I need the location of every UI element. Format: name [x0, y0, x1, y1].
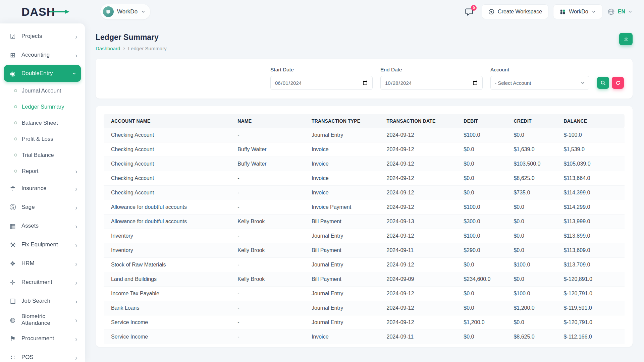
- sidebar-item-accounting[interactable]: ⊞Accounting›: [0, 46, 85, 64]
- chevron-right-icon: ›: [75, 279, 77, 286]
- pos-icon: ∷: [9, 354, 17, 361]
- sidebar-subitem-report[interactable]: Report›: [0, 163, 85, 179]
- sidebar-item-assets[interactable]: ▦Assets›: [0, 217, 85, 235]
- procurement-icon: ⚑: [9, 336, 17, 342]
- sidebar-subitem-journal-account[interactable]: Journal Account: [0, 82, 85, 99]
- bullet-icon: [14, 105, 17, 108]
- table-row: Checking Account-Invoice2024-09-12$0.0$8…: [104, 171, 625, 186]
- sidebar-subitem-ledger-summary[interactable]: Ledger Summary: [0, 99, 85, 115]
- workdo-menu-button[interactable]: WorkDo: [553, 4, 602, 19]
- assets-icon: ▦: [9, 223, 17, 229]
- chevron-down-icon: ›: [71, 72, 78, 75]
- sidebar-item-biometric-attendance[interactable]: ◍Biometric Attendance›: [0, 310, 85, 329]
- breadcrumb-current: Ledger Summary: [128, 46, 167, 51]
- end-date-label: End Date: [380, 67, 483, 73]
- language-selector[interactable]: EN: [607, 8, 633, 16]
- double-entry-icon: ◉: [9, 70, 17, 77]
- table-row: Checking AccountBuffy WalterInvoice2024-…: [104, 157, 625, 171]
- page-header: Ledger Summary Dashboard › Ledger Summar…: [96, 33, 633, 51]
- create-workspace-label: Create Workspace: [498, 9, 542, 15]
- sidebar-subitem-balance-sheet[interactable]: Balance Sheet: [0, 115, 85, 131]
- breadcrumb: Dashboard › Ledger Summary: [96, 45, 167, 51]
- chevron-right-icon: ›: [75, 241, 77, 248]
- column-header: NAME: [235, 114, 309, 128]
- workspace-label: WorkDo: [117, 8, 138, 15]
- chevron-right-icon: ›: [75, 260, 77, 267]
- chevron-right-icon: ›: [75, 204, 77, 211]
- sidebar-subitem-profit-loss[interactable]: Profit & Loss: [0, 131, 85, 147]
- account-select-wrap: - Select Account: [490, 76, 589, 90]
- column-header: BALANCE: [561, 114, 625, 128]
- ledger-table-card: ACCOUNT NAMENAMETRANSACTION TYPETRANSACT…: [96, 106, 633, 347]
- accounting-icon: ⊞: [9, 52, 17, 58]
- main-content: Ledger Summary Dashboard › Ledger Summar…: [85, 23, 644, 347]
- column-header: TRANSACTION DATE: [384, 114, 461, 128]
- chevron-down-icon: [628, 9, 633, 14]
- sidebar-item-job-search[interactable]: ❏Job Search›: [0, 292, 85, 310]
- breadcrumb-separator-icon: ›: [123, 45, 125, 51]
- chevron-right-icon: ›: [75, 185, 77, 192]
- hrm-icon: ❖: [9, 260, 17, 267]
- grid-icon: [559, 9, 566, 15]
- chevron-right-icon: ›: [75, 33, 77, 40]
- bullet-icon: [14, 89, 17, 92]
- sidebar-item-insurance[interactable]: ☂Insurance›: [0, 179, 85, 198]
- table-row: Service Income-Invoice2024-09-11$0.0$8,6…: [104, 330, 625, 344]
- chevron-right-icon: ›: [75, 354, 77, 361]
- fix-equipment-icon: ⚒: [9, 242, 17, 248]
- sidebar-subitem-trial-balance[interactable]: Trial Balance: [0, 147, 85, 163]
- workspace-switcher[interactable]: WorkDo: [100, 4, 150, 19]
- bullet-icon: [14, 137, 17, 140]
- start-date-label: Start Date: [270, 67, 373, 73]
- logo-arrow-icon: [50, 9, 70, 14]
- start-date-field: Start Date: [270, 67, 373, 90]
- end-date-input[interactable]: [380, 76, 483, 90]
- table-header-row: ACCOUNT NAMENAMETRANSACTION TYPETRANSACT…: [104, 114, 625, 128]
- plus-circle-icon: [488, 8, 495, 15]
- create-workspace-button[interactable]: Create Workspace: [482, 4, 548, 19]
- download-icon: [623, 36, 629, 42]
- table-body: Checking Account-Journal Entry2024-09-12…: [104, 128, 625, 344]
- table-row: Bank Loans-Journal Entry2024-09-12$0.0$1…: [104, 301, 625, 315]
- sidebar-item-doubleentry[interactable]: ◉DoubleEntry›: [4, 65, 81, 82]
- sidebar-nav: ☑Projects›⊞Accounting›◉DoubleEntry›Journ…: [0, 23, 85, 362]
- chevron-right-icon: ›: [75, 335, 77, 342]
- sidebar: ☑Projects›⊞Accounting›◉DoubleEntry›Journ…: [0, 23, 85, 362]
- chevron-right-icon: ›: [75, 316, 77, 323]
- chevron-right-icon: ›: [75, 52, 77, 59]
- sidebar-item-recruitment[interactable]: ✛Recruitment›: [0, 273, 85, 292]
- table-row: Allowance for doubtful accountsKelly Bro…: [104, 215, 625, 229]
- recruitment-icon: ✛: [9, 279, 17, 286]
- ledger-table: ACCOUNT NAMENAMETRANSACTION TYPETRANSACT…: [104, 114, 625, 344]
- sidebar-item-sage[interactable]: ⓈSage›: [0, 198, 85, 217]
- sidebar-item-fix-equipment[interactable]: ⚒Fix Equipment›: [0, 235, 85, 254]
- column-header: DEBIT: [461, 114, 511, 128]
- messages-button[interactable]: 0: [465, 7, 474, 16]
- search-button[interactable]: [597, 77, 609, 89]
- table-row: Checking AccountBuffy WalterInvoice2024-…: [104, 142, 625, 157]
- table-row: InventoryKelly BrookBill Payment2024-09-…: [104, 243, 625, 258]
- account-select[interactable]: - Select Account: [490, 76, 589, 90]
- reset-button[interactable]: [612, 77, 624, 89]
- download-button[interactable]: [619, 33, 633, 45]
- column-header: ACCOUNT NAME: [104, 114, 235, 128]
- chevron-down-icon: [141, 9, 146, 14]
- bullet-icon: [14, 170, 17, 173]
- bullet-icon: [14, 154, 17, 157]
- sidebar-item-projects[interactable]: ☑Projects›: [0, 27, 85, 46]
- chevron-right-icon: ›: [75, 298, 77, 305]
- sidebar-item-procurement[interactable]: ⚑Procurement›: [0, 329, 85, 348]
- breadcrumb-dashboard-link[interactable]: Dashboard: [96, 46, 120, 51]
- brand-logo[interactable]: DASH: [21, 5, 96, 18]
- filter-card: Start Date End Date Account - Select Acc…: [96, 59, 633, 99]
- globe-icon: [607, 8, 615, 16]
- bullet-icon: [14, 121, 17, 124]
- table-row: Income Tax Payable-Journal Entry2024-09-…: [104, 287, 625, 301]
- start-date-input[interactable]: [270, 76, 373, 90]
- column-header: CREDIT: [511, 114, 561, 128]
- column-header: TRANSACTION TYPE: [309, 114, 384, 128]
- sidebar-item-hrm[interactable]: ❖HRM›: [0, 254, 85, 273]
- end-date-field: End Date: [380, 67, 483, 90]
- projects-icon: ☑: [9, 33, 17, 40]
- sidebar-item-pos[interactable]: ∷POS›: [0, 348, 85, 362]
